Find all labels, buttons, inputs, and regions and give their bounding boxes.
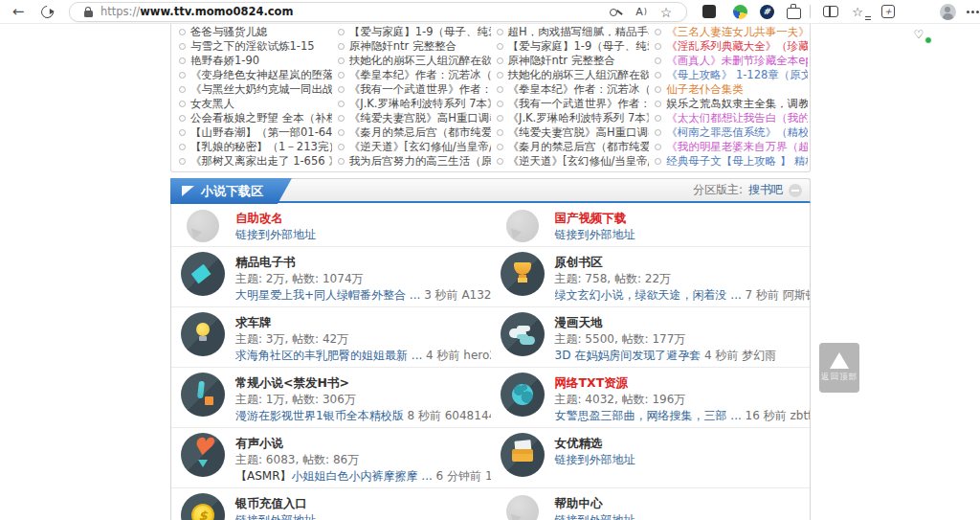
thread-link[interactable]: 《我有一个武道世界》作者：俺来 ...	[508, 97, 650, 111]
collapse-button[interactable]	[789, 184, 802, 197]
address-bar[interactable]: https://www.ttv.momo0824.com A ☆	[69, 2, 687, 22]
forum-title-link[interactable]: 帮助中心	[555, 496, 603, 511]
last-post-user[interactable]: hero2007	[463, 349, 490, 362]
thread-link[interactable]: 《淫乱系列典藏大全》（珍藏版附 ...	[666, 39, 808, 54]
thread-link[interactable]: 经典母子文【母上攻略 】 精校版 ...	[666, 154, 808, 169]
moderator-link[interactable]: 搜书吧	[748, 182, 783, 198]
forum-title-link[interactable]: 求车牌	[235, 315, 272, 330]
thread-link[interactable]: 扶她化的崩坏三人组沉醉在欲望中	[349, 54, 491, 68]
thread-link[interactable]: 我为后宫努力的高三生活（原天降 ...	[349, 154, 491, 169]
thread-link[interactable]: 《逆天道》[玄幻修仙/当皇帝/性 ...	[508, 154, 650, 169]
last-post-user[interactable]: zbtfgh	[790, 409, 810, 422]
extension-hash-icon[interactable]: #	[756, 0, 777, 23]
pencil-icon[interactable]	[181, 373, 225, 417]
thread-link[interactable]: 超H，肉戏描写细腻，精品手枪文 ...	[508, 25, 650, 39]
back-to-top-button[interactable]: 返回顶部	[819, 343, 859, 393]
forum-title-link[interactable]: 常规小说<禁发H书>	[235, 375, 349, 391]
external-link[interactable]: 链接到外部地址	[555, 227, 635, 242]
thread-link[interactable]: 《秦月的禁忌后宫（都市纯爱）》 ...	[508, 140, 650, 154]
last-post-user[interactable]: 梦幻雨	[742, 349, 776, 362]
forum-title-link[interactable]: 国产视频下载	[555, 211, 627, 226]
thread-link[interactable]: 【山野春潮】（第一部01-64完+第 ...	[190, 125, 332, 140]
coin-icon[interactable]	[181, 493, 225, 520]
external-link[interactable]: 链接到外部地址	[555, 512, 635, 520]
last-post-link[interactable]: 女警思盈三部曲，网络搜集，三部 ...	[555, 409, 742, 422]
speech-bubble-icon[interactable]	[187, 210, 219, 242]
thread-link[interactable]: 《我有一个武道世界》作者：俺来 ...	[349, 82, 491, 97]
external-link[interactable]: 链接到外部地址	[235, 227, 316, 242]
thread-link[interactable]: 《三名人妻连女儿共事一夫》（全 ...	[666, 25, 808, 39]
forum-title-link[interactable]: 网络TXT资源	[555, 375, 629, 391]
extension-idm-icon[interactable]	[729, 0, 750, 23]
thread-link[interactable]: 爸爸与骚货儿媳	[190, 25, 268, 39]
thread-link[interactable]: 【乳娘的秘密】（1－213完）作者 ...	[190, 140, 332, 154]
thread-link[interactable]: 《纯爱夫妻宫脱》高H重口调教文 ...	[508, 125, 650, 140]
speech-bubble-icon[interactable]	[506, 210, 539, 242]
thread-link[interactable]: 与雪之下的淫欲试炼1-15	[190, 39, 315, 54]
forum-title-link[interactable]: 女优精选	[555, 436, 603, 451]
more-menu-icon[interactable]	[962, 0, 980, 23]
browser-essentials-icon[interactable]: ♡	[908, 23, 929, 46]
last-post-user[interactable]: 6048144	[445, 409, 491, 422]
thread-link[interactable]: 《与黑丝大奶约克城一同出战》 ...	[190, 82, 332, 97]
extensions-puzzle-icon[interactable]	[783, 0, 804, 23]
cloud-icon[interactable]	[501, 312, 545, 356]
thread-link[interactable]: 《柯南之罪恶值系统》（精校版） ...	[666, 125, 808, 140]
external-link[interactable]: 链接到外部地址	[555, 452, 635, 467]
thread-link[interactable]: 《纯爱夫妻宫脱》高H重口调教文 ...	[349, 111, 491, 125]
thread-link[interactable]: 《J.K.罗琳哈利波特系列 7本》（ ...	[349, 97, 491, 111]
forum-title-link[interactable]: 原创书区	[555, 255, 603, 270]
thread-link[interactable]: 艳野春娇1-90	[190, 54, 259, 68]
last-post-link[interactable]: 大明星爱上我+同人绿帽番外整合 ...	[235, 288, 420, 302]
speech-bubble-icon[interactable]	[506, 495, 539, 520]
thread-link[interactable]: 原神隐奸ntr 完整整合	[349, 39, 457, 54]
read-aloud-icon[interactable]: A	[631, 3, 652, 21]
thread-link[interactable]: 《我的明星老婆来自万界（超级娱 ...	[666, 140, 808, 154]
thread-link[interactable]: 《那树又离家出走了 1-656 》作 ...	[190, 154, 332, 169]
last-post-link[interactable]: 绿文玄幻小说，绿欲天途，闲着没 ...	[555, 288, 742, 302]
thread-link[interactable]: 娱乐之荒岛奴隶主全集，调教明星	[666, 97, 808, 111]
section-tab[interactable]: 小说下载区	[170, 178, 292, 204]
thread-link[interactable]: 女友黑人	[190, 97, 234, 111]
thread-link[interactable]: 原神隐奸ntr 完整整合	[508, 54, 615, 68]
profile-avatar[interactable]	[937, 0, 958, 23]
thread-link[interactable]: 公会看板娘之野望 全本（补档）	[190, 111, 332, 125]
forum-title-link[interactable]: 精品电子书	[235, 255, 296, 270]
external-link[interactable]: 链接到外部地址	[235, 512, 316, 520]
collections-icon[interactable]: +	[878, 0, 899, 23]
thread-link[interactable]: 扶她化的崩坏三人组沉醉在欲望中	[508, 68, 650, 82]
favorites-bar-icon[interactable]: ☆	[847, 0, 868, 23]
last-post-link[interactable]: 求海角社区的丰乳肥臀的姐姐最新 ...	[235, 349, 422, 362]
last-post-link[interactable]: 漫游在影视世界1银币全本精校版	[235, 409, 404, 422]
bulb-icon[interactable]	[181, 312, 225, 356]
favorite-star-icon[interactable]: ☆	[656, 3, 677, 21]
thread-link[interactable]: 【爱与家庭】1-9（母子、纯爱、 ...	[508, 39, 650, 54]
thread-link[interactable]: 【爱与家庭】1-9（母子、纯爱、 ...	[349, 25, 491, 39]
forum-title-link[interactable]: 银币充值入口	[235, 496, 307, 511]
refresh-icon[interactable]	[36, 0, 57, 23]
back-icon[interactable]: ←	[8, 0, 29, 23]
heart-icon[interactable]	[181, 433, 225, 477]
trophy-icon[interactable]	[501, 252, 545, 296]
envelope-icon[interactable]	[501, 433, 545, 477]
thread-link[interactable]: 《逆天道》[玄幻修仙/当皇帝/性 ...	[349, 140, 491, 154]
forum-title-link[interactable]: 有声小说	[235, 436, 283, 451]
thread-link[interactable]: 《秦月的禁忌后宫（都市纯爱）》 ...	[349, 125, 491, 140]
thread-link[interactable]: 《J.K.罗琳哈利波特系列 7本》（ ...	[508, 111, 650, 125]
last-post-link[interactable]: 小姐姐白色小内裤摩擦摩 ...	[292, 469, 433, 483]
thread-link[interactable]: 《变身绝色女神赵星岚的堕落》作 ...	[190, 68, 332, 82]
forum-title-link[interactable]: 漫画天地	[555, 315, 603, 330]
thread-link[interactable]: 《太太们都想让我告白（我的恋爱 ...	[666, 111, 808, 125]
thread-link[interactable]: 《拳皇本纪》作者：沉若冰（全本 ...	[508, 82, 650, 97]
thread-link[interactable]: 仙子老仆合集类	[666, 82, 744, 97]
thread-link[interactable]: 《画真人》未删节珍藏全本epub	[666, 54, 808, 68]
forum-title-link[interactable]: 自助改名	[235, 211, 283, 226]
diamond-icon[interactable]	[181, 252, 225, 296]
last-post-user[interactable]: 阿斯顿2023	[783, 288, 810, 302]
url-text[interactable]: https://www.ttv.momo0824.com	[100, 3, 294, 21]
password-key-icon[interactable]	[606, 3, 627, 21]
thread-link[interactable]: 《拳皇本纪》作者：沉若冰（全本 ...	[349, 68, 491, 82]
thread-link[interactable]: 《母上攻略》 1-128章（原文加白 ...	[666, 68, 808, 82]
extension-dark-icon[interactable]	[699, 0, 720, 23]
last-post-link[interactable]: 3D 在妈妈房间发现了避孕套	[555, 349, 702, 362]
